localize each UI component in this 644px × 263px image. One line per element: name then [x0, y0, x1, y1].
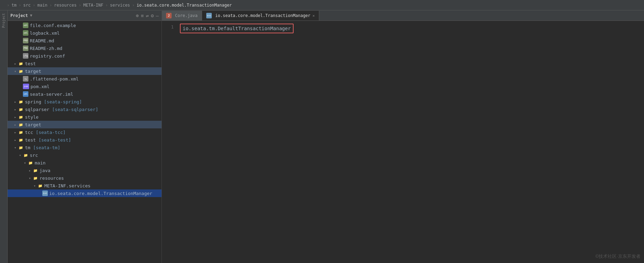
folder-icon-14: 📁 — [18, 122, 24, 127]
folder-icon-19: 📁 — [28, 160, 33, 166]
file-tree: xmlfile.conf.examplexmllogback.xmlPRDREA… — [8, 21, 162, 263]
tree-item-18[interactable]: 📁src — [8, 151, 162, 159]
tree-item-label-1: file.conf.example — [30, 23, 76, 28]
tree-arrow-14[interactable] — [12, 123, 18, 127]
pom-icon-9: pom — [23, 84, 29, 89]
tree-item-5[interactable]: cfgregistry.conf — [8, 52, 162, 60]
tree-item-label-4: README-zh.md — [30, 46, 62, 51]
tree-arrow-16[interactable] — [12, 138, 18, 142]
project-dropdown-icon[interactable]: ▼ — [30, 13, 33, 18]
java-tab-icon-1: J — [166, 13, 172, 18]
tree-arrow-11[interactable] — [12, 100, 18, 104]
tree-item-4[interactable]: PRDREADME-zh.md — [8, 44, 162, 52]
collapse-icon[interactable]: ≡ — [141, 13, 143, 18]
folder-icon-17: 📁 — [18, 145, 24, 150]
folder-icon-13: 📁 — [18, 114, 24, 120]
tree-arrow-21[interactable] — [27, 176, 33, 180]
tree-item-7[interactable]: 📁target — [8, 67, 162, 75]
tree-arrow-20[interactable] — [27, 169, 33, 172]
breadcrumb-resources[interactable]: resources — [54, 3, 77, 8]
watermark: ©技术社区·京东开发者 — [595, 253, 641, 260]
tree-item-label-20: java — [40, 168, 50, 173]
settings-icon[interactable]: ⚙ — [151, 13, 154, 18]
folder-icon-16: 📁 — [18, 137, 24, 143]
breadcrumb-src[interactable]: src — [23, 3, 31, 8]
md-icon-3: PRD — [23, 38, 28, 43]
project-label: Project — [10, 13, 28, 18]
folder-icon-15: 📁 — [18, 129, 24, 135]
tree-arrow-7[interactable] — [12, 69, 18, 73]
breadcrumb-services[interactable]: services — [110, 3, 130, 8]
code-line-1: io.seata.tm.DefaultTransactionManager — [180, 24, 640, 33]
folder-icon-11: 📁 — [18, 99, 24, 104]
tree-item-17[interactable]: 📁tm [seata-tm] — [8, 144, 162, 151]
breadcrumb-file[interactable]: io.seata.core.model.TransactionManager — [137, 3, 232, 8]
editor-tab-2[interactable]: svcio.seata.core.model.TransactionManage… — [202, 11, 319, 20]
sidebar-strip: Project — [0, 10, 8, 263]
tree-item-22[interactable]: 📁META-INF.services — [8, 182, 162, 189]
highlighted-code: io.seata.tm.DefaultTransactionManager — [180, 24, 294, 33]
tree-arrow-18[interactable] — [17, 153, 23, 157]
tree-item-19[interactable]: 📁main — [8, 159, 162, 167]
tree-item-label-9: pom.xml — [31, 84, 50, 89]
folder-icon-6: 📁 — [18, 61, 24, 66]
locate-icon[interactable]: ⊕ — [136, 13, 139, 18]
tree-item-12[interactable]: 📁sqlparser [seata-sqlparser] — [8, 105, 162, 113]
tree-item-3[interactable]: PRDREADME.md — [8, 37, 162, 44]
tree-arrow-12[interactable] — [12, 108, 18, 111]
tree-item-1[interactable]: xmlfile.conf.example — [8, 22, 162, 29]
tree-item-label-19: main — [35, 160, 45, 166]
md-icon-4: PRD — [23, 45, 28, 51]
tree-item-15[interactable]: 📁tcc [seata-tcc] — [8, 128, 162, 136]
main-layout: Project Project ▼ ⊕ ≡ ⇌ ⚙ — xmlfile.conf… — [0, 10, 644, 263]
tree-item-13[interactable]: 📁style — [8, 113, 162, 121]
tree-item-label-5: registry.conf — [30, 53, 65, 59]
tab-label-1: Core.java — [175, 13, 198, 18]
tree-item-label-17: tm [seata-tm] — [25, 145, 60, 150]
code-area[interactable]: io.seata.tm.DefaultTransactionManager — [176, 21, 644, 263]
editor-panel: JCore.javasvcio.seata.core.model.Transac… — [162, 10, 644, 263]
tree-arrow-13[interactable] — [12, 115, 18, 119]
tree-item-label-6: test — [25, 61, 36, 66]
folder-icon-7: 📁 — [18, 68, 24, 74]
tree-item-23[interactable]: svcio.seata.core.model.TransactionManage… — [8, 189, 162, 197]
tree-item-14[interactable]: 📁target — [8, 121, 162, 128]
file-tree-header: Project ▼ ⊕ ≡ ⇌ ⚙ — — [8, 10, 162, 21]
tree-item-8[interactable]: fx.flattened-pom.xml — [8, 75, 162, 83]
tree-arrow-22[interactable] — [32, 184, 37, 188]
tree-item-10[interactable]: imlseata-server.iml — [8, 90, 162, 98]
tree-item-label-13: style — [25, 114, 38, 120]
xml-icon-2: xml — [23, 30, 28, 36]
breadcrumb-main[interactable]: main — [37, 3, 47, 8]
tree-item-11[interactable]: 📁spring [seata-spring] — [8, 98, 162, 105]
xml-icon-1: xml — [23, 23, 28, 28]
editor-tabs: JCore.javasvcio.seata.core.model.Transac… — [162, 10, 644, 21]
tree-arrow-17[interactable] — [12, 146, 18, 150]
expand-icon[interactable]: ⇌ — [146, 13, 149, 18]
breadcrumb-metainf[interactable]: META-INF — [83, 3, 103, 8]
tree-item-6[interactable]: 📁test — [8, 60, 162, 67]
service-icon-23: svc — [42, 190, 48, 196]
tree-item-21[interactable]: 📁resources — [8, 174, 162, 182]
editor-tab-1[interactable]: JCore.java — [162, 11, 202, 20]
tree-item-label-10: seata-server.iml — [30, 92, 73, 97]
tree-arrow-6[interactable] — [12, 62, 18, 66]
tree-arrow-19[interactable] — [22, 161, 28, 165]
folder-icon-22: 📁 — [37, 183, 43, 188]
tree-item-label-2: logback.xml — [30, 31, 60, 36]
breadcrumb-tm[interactable]: tm — [11, 3, 16, 8]
project-strip-label: Project — [2, 12, 6, 29]
tree-item-label-23: io.seata.core.model.TransactionManager — [49, 191, 152, 196]
tab-close-2[interactable]: × — [313, 14, 315, 18]
tree-item-2[interactable]: xmllogback.xml — [8, 29, 162, 37]
tree-arrow-15[interactable] — [12, 130, 18, 134]
minimize-icon[interactable]: — — [156, 13, 159, 18]
tree-item-label-11: spring [seata-spring] — [25, 99, 82, 104]
tree-item-label-3: README.md — [30, 38, 54, 43]
tree-item-label-21: resources — [40, 176, 64, 181]
tree-item-20[interactable]: 📁java — [8, 167, 162, 174]
folder-icon-18: 📁 — [23, 152, 28, 158]
tree-item-16[interactable]: 📁test [seata-test] — [8, 136, 162, 144]
tree-item-9[interactable]: pompom.xml — [8, 83, 162, 90]
folder-icon-12: 📁 — [18, 107, 24, 112]
